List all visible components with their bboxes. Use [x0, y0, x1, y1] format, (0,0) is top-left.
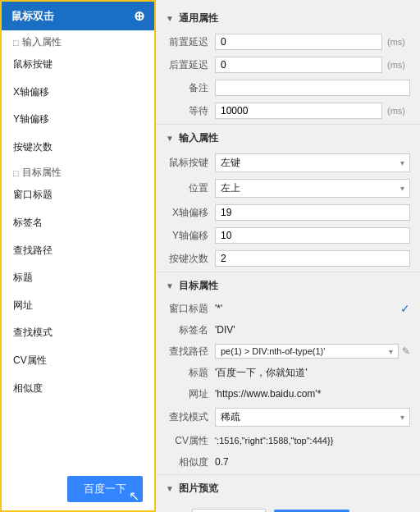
- prop-label-page-title: 标题: [166, 366, 215, 380]
- section-title-target: 目标属性: [179, 279, 218, 293]
- x-offset-input[interactable]: [215, 204, 410, 221]
- remark-input[interactable]: [215, 80, 410, 96]
- prop-remark: 备注: [156, 76, 420, 99]
- prop-label-search-mode: 查找模式: [166, 410, 215, 424]
- prop-label-similarity: 相似度: [166, 455, 215, 469]
- wait-input[interactable]: [215, 103, 382, 119]
- window-title-check: ✓: [400, 302, 410, 315]
- baidu-preview-label: 百度一下: [84, 482, 126, 495]
- prop-y-offset: Y轴偏移: [156, 224, 420, 247]
- section-title-preview: 图片预览: [179, 482, 218, 496]
- search-mode-chevron: ▾: [400, 413, 404, 422]
- position-chevron: ▾: [400, 184, 404, 193]
- sidebar-item-y-offset[interactable]: Y轴偏移: [2, 106, 154, 134]
- search-path-chevron: ▾: [389, 347, 393, 356]
- search-mode-value: 稀疏: [221, 410, 240, 424]
- prop-value-pre-delay: (ms): [215, 34, 410, 50]
- prop-label-x-offset: X轴偏移: [166, 206, 215, 220]
- similarity-text: 0.7: [215, 456, 229, 468]
- position-select[interactable]: 左上 ▾: [215, 179, 410, 198]
- sidebar-item-url[interactable]: 网址: [2, 292, 154, 320]
- prop-value-wait: (ms): [215, 103, 410, 119]
- prop-value-search-mode: 稀疏 ▾: [215, 408, 410, 427]
- prop-pre-delay: 前置延迟 (ms): [156, 30, 420, 53]
- preview-area: 百度一下: [156, 501, 420, 512]
- left-panel-header: 鼠标双击 ⊕: [2, 2, 154, 30]
- right-panel: ▼ 通用属性 前置延迟 (ms) 后置延迟 (ms) 备注 等待 (ms) ▼ …: [156, 0, 420, 512]
- prop-label-window-title: 窗口标题: [166, 302, 215, 316]
- toggle-icon-general: ▼: [166, 14, 174, 23]
- prop-value-mouse-key: 左键 ▾: [215, 153, 410, 172]
- left-panel: 鼠标双击 ⊕ □ 输入属性 鼠标按键 X轴偏移 Y轴偏移 按键次数 □ 目标属性…: [0, 0, 156, 512]
- prop-value-post-delay: (ms): [215, 57, 410, 73]
- sidebar-item-similarity[interactable]: 相似度: [2, 375, 154, 403]
- sidebar-item-tag-name[interactable]: 标签名: [2, 209, 154, 237]
- prop-unit-wait: (ms): [387, 106, 410, 116]
- prop-position: 位置 左上 ▾: [156, 176, 420, 201]
- prop-page-title: 标题 '百度一下，你就知道': [156, 362, 420, 383]
- section-header-target[interactable]: ▼ 目标属性: [156, 274, 420, 298]
- divider-1: [156, 124, 420, 125]
- post-delay-input[interactable]: [215, 57, 382, 73]
- crosshair-icon: ⊕: [134, 8, 144, 24]
- prop-value-y-offset: [215, 227, 410, 244]
- search-path-select[interactable]: pe(1) > DIV:nth-of-type(1)' ▾: [215, 344, 399, 359]
- prop-unit-pre-delay: (ms): [387, 37, 410, 47]
- prop-value-key-count: [215, 250, 410, 267]
- prop-wait: 等待 (ms): [156, 99, 420, 122]
- sidebar-item-search-path[interactable]: 查找路径: [2, 237, 154, 265]
- sidebar-item-x-offset[interactable]: X轴偏移: [2, 79, 154, 107]
- cursor-icon: ↖: [129, 488, 139, 504]
- sidebar-item-cv-attr[interactable]: CV属性: [2, 347, 154, 375]
- key-count-input[interactable]: [215, 250, 410, 267]
- prop-tag-name: 标签名 'DIV': [156, 319, 420, 341]
- sidebar-item-window-title[interactable]: 窗口标题: [2, 181, 154, 209]
- section-header-preview[interactable]: ▼ 图片预览: [156, 477, 420, 501]
- toggle-icon-target: ▼: [166, 281, 174, 290]
- prop-similarity: 相似度 0.7: [156, 451, 420, 473]
- sidebar-item-key-count[interactable]: 按键次数: [2, 134, 154, 162]
- divider-2: [156, 272, 420, 272]
- cv-attr-text: ':1516,"right":1588,"top":444}}: [215, 436, 333, 446]
- preview-white-box: [192, 509, 266, 512]
- prop-label-wait: 等待: [166, 104, 215, 118]
- sidebar-item-search-mode[interactable]: 查找模式: [2, 319, 154, 347]
- prop-label-url: 网址: [166, 387, 215, 401]
- prop-value-window-title: '*' ✓: [215, 302, 410, 315]
- prop-mouse-key: 鼠标按键 左键 ▾: [156, 150, 420, 176]
- search-mode-select[interactable]: 稀疏 ▾: [215, 408, 410, 427]
- section-target-label: 目标属性: [22, 166, 62, 180]
- left-panel-preview: 百度一下 ↖: [2, 468, 154, 510]
- baidu-preview-button[interactable]: 百度一下 ↖: [67, 476, 143, 502]
- section-input-icon: □: [13, 38, 19, 48]
- prop-window-title: 窗口标题 '*' ✓: [156, 298, 420, 319]
- prop-value-search-path: pe(1) > DIV:nth-of-type(1)' ▾: [215, 344, 399, 359]
- prop-search-path: 查找路径 pe(1) > DIV:nth-of-type(1)' ▾ ✎: [156, 341, 420, 362]
- toggle-icon-preview: ▼: [166, 484, 174, 493]
- prop-post-delay: 后置延迟 (ms): [156, 53, 420, 76]
- mouse-key-select[interactable]: 左键 ▾: [215, 153, 410, 172]
- search-path-edit-icon[interactable]: ✎: [402, 345, 410, 357]
- prop-label-key-count: 按键次数: [166, 252, 215, 266]
- mouse-key-chevron: ▾: [400, 158, 404, 167]
- sidebar-item-mouse-key[interactable]: 鼠标按键: [2, 51, 154, 79]
- divider-3: [156, 474, 420, 475]
- section-target: □ 目标属性: [2, 161, 154, 181]
- prop-cv-attr: CV属性 ':1516,"right":1588,"top":444}}: [156, 430, 420, 451]
- prop-unit-post-delay: (ms): [387, 60, 410, 70]
- prop-label-remark: 备注: [166, 81, 215, 95]
- prop-value-similarity: 0.7: [215, 456, 410, 468]
- prop-value-url: 'https://www.baidu.com'*: [215, 388, 410, 400]
- toggle-icon-input: ▼: [166, 134, 174, 143]
- prop-url: 网址 'https://www.baidu.com'*: [156, 383, 420, 405]
- prop-label-cv-attr: CV属性: [166, 434, 215, 448]
- section-header-input[interactable]: ▼ 输入属性: [156, 126, 420, 150]
- left-panel-title: 鼠标双击: [11, 9, 54, 24]
- sidebar-item-title[interactable]: 标题: [2, 264, 154, 292]
- pre-delay-input[interactable]: [215, 34, 382, 50]
- prop-label-mouse-key: 鼠标按键: [166, 156, 215, 170]
- section-header-general[interactable]: ▼ 通用属性: [156, 7, 420, 30]
- mouse-key-value: 左键: [221, 156, 240, 170]
- position-value: 左上: [221, 181, 240, 195]
- y-offset-input[interactable]: [215, 227, 410, 244]
